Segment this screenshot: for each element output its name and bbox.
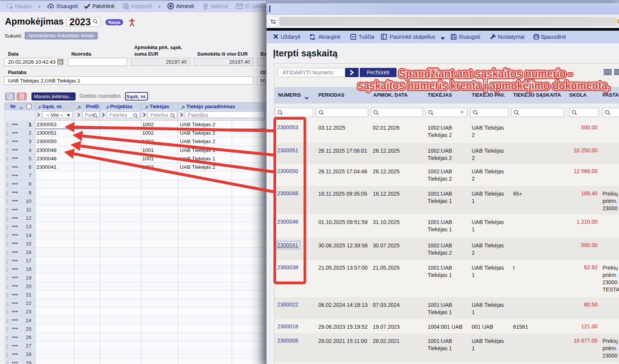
svg-text:Spaudžiant ant sąskaitos numer: Spaudžiant ant sąskaitos numerio - bbox=[399, 68, 572, 80]
svg-text:sąskaitos numeris krenta į apm: sąskaitos numeris krenta į apmokėjimo do… bbox=[358, 79, 610, 92]
